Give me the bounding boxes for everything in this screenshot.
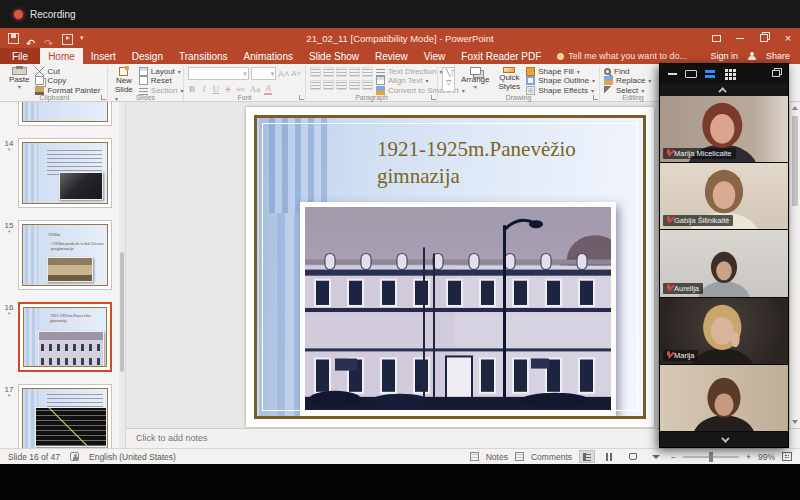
tab-insert[interactable]: Insert	[83, 48, 124, 64]
scroll-participants-up[interactable]	[660, 83, 788, 96]
find-button[interactable]: Find	[604, 67, 651, 76]
participant-video-2[interactable]: Gabija Šilinikaitė	[660, 163, 788, 230]
participant-video-5[interactable]	[660, 365, 788, 432]
thumbnail-scrollbar[interactable]	[119, 102, 125, 448]
reading-view-button[interactable]	[625, 450, 641, 463]
paste-button[interactable]: Paste ▾	[6, 67, 32, 91]
notes-toggle-icon[interactable]	[470, 452, 479, 461]
restore-button[interactable]	[752, 28, 776, 48]
fit-to-window-icon[interactable]	[782, 452, 792, 461]
shapes-gallery[interactable]	[442, 67, 455, 92]
shape-outline-button[interactable]: Shape Outline▾	[526, 77, 595, 86]
tab-design[interactable]: Design	[124, 48, 171, 64]
paste-dropdown-icon[interactable]: ▾	[18, 84, 21, 91]
share-button[interactable]: Share	[766, 51, 790, 61]
character-spacing-button[interactable]: abc	[236, 85, 246, 93]
zoom-level[interactable]: 99%	[758, 452, 775, 462]
minimize-button[interactable]	[728, 28, 752, 48]
drawing-dialog-launcher[interactable]	[593, 95, 598, 100]
scroll-participants-down[interactable]	[660, 432, 788, 447]
ribbon-display-options-button[interactable]	[704, 28, 728, 48]
align-right-icon[interactable]	[336, 80, 347, 90]
panel-minimize-icon[interactable]	[668, 73, 677, 75]
thumbnail-slide-16-selected[interactable]: 16* 1921-1925m.Panevėžio gimnazija	[0, 302, 112, 372]
participant-video-3[interactable]: Aurelija	[660, 230, 788, 297]
gallery-view-icon[interactable]	[725, 69, 728, 72]
tab-animations[interactable]: Animations	[236, 48, 301, 64]
zoom-slider-thumb[interactable]	[709, 452, 713, 462]
tab-transitions[interactable]: Transitions	[171, 48, 236, 64]
language-indicator[interactable]: English (United States)	[89, 452, 176, 462]
editor-scrollbar[interactable]	[789, 102, 800, 428]
tab-foxit-reader-pdf[interactable]: Foxit Reader PDF	[453, 48, 549, 64]
close-button[interactable]: ×	[776, 28, 800, 48]
shape-fill-button[interactable]: Shape Fill▾	[526, 67, 595, 76]
increase-font-icon[interactable]: A˄	[278, 69, 289, 79]
qat-dropdown-icon[interactable]: ▾	[80, 34, 84, 42]
speaker-view-icon[interactable]	[685, 70, 697, 78]
scroll-down-icon[interactable]	[792, 420, 798, 424]
zoom-in-button[interactable]: +	[746, 452, 751, 462]
justify-icon[interactable]	[349, 80, 360, 90]
tab-home[interactable]: Home	[40, 48, 83, 64]
line-spacing-icon[interactable]	[362, 67, 373, 77]
zoom-out-button[interactable]: −	[671, 452, 676, 462]
font-size-combo[interactable]: ▾	[251, 67, 276, 80]
participant-video-4[interactable]: Marija	[660, 298, 788, 365]
reset-button[interactable]: Reset	[139, 77, 184, 86]
slide-sorter-view-button[interactable]	[602, 450, 618, 463]
decrease-font-icon[interactable]: A˅	[291, 69, 301, 78]
italic-button[interactable]: I	[200, 84, 208, 94]
font-name-combo[interactable]: ▾	[188, 67, 249, 80]
tell-me-box[interactable]: Tell me what you want to do...	[549, 48, 695, 64]
align-center-icon[interactable]	[323, 80, 334, 90]
comments-toggle-icon[interactable]	[515, 452, 524, 461]
copy-button[interactable]: Copy	[35, 77, 100, 86]
bullets-icon[interactable]	[310, 67, 321, 77]
start-slideshow-icon[interactable]	[62, 34, 73, 45]
slide-title[interactable]: 1921-1925m.Panevėžio gimnazija	[377, 136, 629, 191]
slideshow-view-button[interactable]	[648, 450, 664, 463]
active-view-icon[interactable]	[705, 70, 715, 73]
thumbnail-slide-13[interactable]	[0, 102, 112, 126]
tab-slide-show[interactable]: Slide Show	[301, 48, 367, 64]
zoom-slider[interactable]	[683, 456, 739, 458]
popout-icon[interactable]	[772, 70, 780, 77]
new-slide-button[interactable]: New Slide ▾	[112, 67, 136, 91]
thumbnail-slide-17[interactable]: 17*	[0, 384, 112, 448]
slide-canvas[interactable]: 1921-1925m.Panevėžio gimnazija	[246, 107, 654, 427]
normal-view-button[interactable]	[579, 450, 595, 463]
underline-button[interactable]: U	[212, 84, 220, 94]
slide-photo-building[interactable]	[300, 202, 616, 416]
save-icon[interactable]	[8, 33, 19, 44]
columns-icon[interactable]	[362, 80, 373, 90]
increase-indent-icon[interactable]	[349, 67, 360, 77]
thumbnail-slide-14[interactable]: 14*	[0, 138, 112, 208]
cut-button[interactable]: Cut	[35, 67, 100, 76]
paragraph-dialog-launcher[interactable]	[431, 95, 436, 100]
tab-view[interactable]: View	[416, 48, 454, 64]
arrange-button[interactable]: Arrange▾	[458, 67, 492, 91]
tab-review[interactable]: Review	[367, 48, 416, 64]
align-left-icon[interactable]	[310, 80, 321, 90]
change-case-button[interactable]: Aa	[250, 84, 261, 94]
numbering-icon[interactable]	[323, 67, 334, 77]
thumbnail-slide-15[interactable]: 15* 1918m. •1918m pradeda veikti Utenos …	[0, 220, 112, 290]
quick-styles-button[interactable]: Quick Styles	[495, 67, 523, 91]
sign-in-button[interactable]: Sign in	[710, 51, 738, 61]
accessibility-icon[interactable]	[70, 452, 79, 461]
strikethrough-button[interactable]: S	[224, 84, 232, 94]
notes-toggle[interactable]: Notes	[486, 452, 508, 462]
clipboard-dialog-launcher[interactable]	[101, 95, 106, 100]
scroll-up-icon[interactable]	[792, 106, 798, 110]
comments-toggle[interactable]: Comments	[531, 452, 572, 462]
participant-video-1[interactable]: Marija Micelicaite	[660, 96, 788, 163]
replace-button[interactable]: Replace▾	[604, 77, 651, 86]
layout-button[interactable]: Layout▾	[139, 67, 184, 76]
bold-button[interactable]: B	[188, 84, 196, 94]
font-dialog-launcher[interactable]	[299, 95, 304, 100]
undo-icon[interactable]	[26, 33, 37, 44]
tab-file[interactable]: File	[0, 48, 40, 64]
decrease-indent-icon[interactable]	[336, 67, 347, 77]
scrollbar-thumb[interactable]	[792, 116, 798, 206]
